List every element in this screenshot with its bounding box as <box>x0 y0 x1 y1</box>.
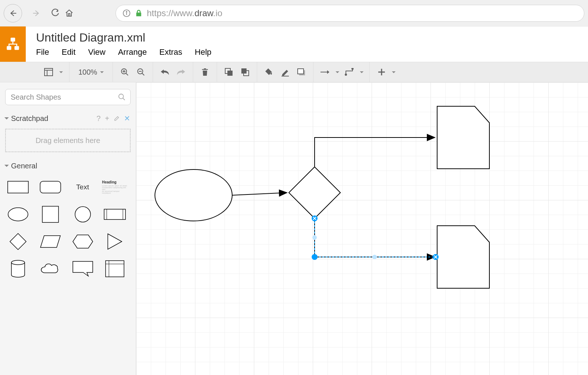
view-mode-dropdown[interactable] <box>57 65 65 79</box>
svg-rect-28 <box>106 261 124 277</box>
browser-reload-button[interactable] <box>51 9 60 18</box>
shape-square[interactable] <box>38 204 63 225</box>
menu-file[interactable]: File <box>36 47 49 57</box>
canvas[interactable] <box>136 82 588 375</box>
shape-heading[interactable]: HeadingLorem ipsum dolor sit ametconsect… <box>102 177 128 197</box>
svg-point-27 <box>11 260 25 265</box>
svg-rect-10 <box>227 71 233 76</box>
waypoint-style-button[interactable] <box>341 65 358 79</box>
zoom-level-button[interactable]: 100% <box>73 65 109 79</box>
shape-circle[interactable] <box>70 204 96 225</box>
scratchpad-dropzone[interactable]: Drag elements here <box>5 129 131 152</box>
svg-rect-15 <box>298 69 304 74</box>
zoom-in-button[interactable] <box>117 65 133 79</box>
shape-rectangle[interactable] <box>5 177 31 197</box>
general-label: General <box>11 162 37 170</box>
svg-rect-13 <box>281 76 289 76</box>
menu-view[interactable]: View <box>88 47 105 57</box>
edge-waypoint-handle[interactable] <box>312 235 317 240</box>
scratchpad-edit-button[interactable] <box>114 114 120 123</box>
caret-down-icon <box>100 71 104 75</box>
node-document-1[interactable] <box>437 106 489 169</box>
redo-icon <box>176 69 186 75</box>
shape-text[interactable]: Text <box>70 177 96 197</box>
shape-internal-storage[interactable] <box>102 258 128 279</box>
shape-diamond[interactable] <box>5 231 31 252</box>
search-shapes-input[interactable]: Search Shapes <box>5 89 131 105</box>
edge-endpoint-handle[interactable] <box>433 254 439 260</box>
node-document-2[interactable] <box>437 226 489 288</box>
caret-down-icon <box>336 71 339 75</box>
svg-rect-4 <box>7 46 11 50</box>
browser-back-button[interactable] <box>4 4 22 22</box>
scratchpad-header[interactable]: Scratchpad ? + ✕ <box>0 112 136 125</box>
edge-1[interactable] <box>232 193 287 195</box>
shape-process[interactable] <box>102 204 128 225</box>
waypoint-dropdown[interactable] <box>358 65 366 79</box>
edge-handle[interactable] <box>312 254 318 260</box>
sidebar: Search Shapes Scratchpad ? + ✕ Drag elem… <box>0 82 136 375</box>
edge-waypoint-handle[interactable] <box>372 255 377 259</box>
general-header[interactable]: General <box>0 160 136 172</box>
shape-triangle[interactable] <box>102 231 128 252</box>
browser-url-bar[interactable]: https://www.draw.io <box>116 5 584 22</box>
scratchpad-add-button[interactable]: + <box>105 114 109 123</box>
trash-icon <box>201 68 209 76</box>
menu-arrange[interactable]: Arrange <box>118 47 147 57</box>
shape-parallelogram[interactable] <box>38 231 63 252</box>
zoom-level-label: 100% <box>78 68 97 76</box>
view-mode-button[interactable] <box>40 65 57 79</box>
svg-point-17 <box>352 68 353 69</box>
document-title[interactable]: Untitled Diagram.xml <box>36 31 212 44</box>
shadow-icon <box>297 68 306 76</box>
browser-home-button[interactable] <box>65 9 74 18</box>
svg-point-18 <box>119 94 124 99</box>
undo-icon <box>160 69 170 75</box>
to-front-icon <box>224 68 233 76</box>
edge-2[interactable] <box>315 138 435 167</box>
connection-dropdown[interactable] <box>333 65 341 79</box>
search-placeholder: Search Shapes <box>11 93 61 101</box>
app-header: Untitled Diagram.xml File Edit View Arra… <box>0 26 588 62</box>
scratchpad-close-button[interactable]: ✕ <box>124 114 130 123</box>
to-back-icon <box>241 68 249 76</box>
menu-edit[interactable]: Edit <box>61 47 75 57</box>
menu-extras[interactable]: Extras <box>159 47 182 57</box>
svg-rect-22 <box>42 206 59 222</box>
shape-hexagon[interactable] <box>70 231 96 252</box>
lock-icon <box>135 10 142 17</box>
line-color-button[interactable] <box>277 65 293 79</box>
shape-callout[interactable] <box>70 258 96 279</box>
shape-rounded-rectangle[interactable] <box>38 177 63 197</box>
svg-point-21 <box>8 208 28 221</box>
undo-button[interactable] <box>157 65 173 79</box>
edge-handle-x[interactable] <box>312 215 318 221</box>
insert-button[interactable] <box>373 65 390 79</box>
zoom-out-button[interactable] <box>133 65 149 79</box>
edge-3[interactable] <box>315 218 435 257</box>
diagram <box>136 82 588 375</box>
insert-dropdown[interactable] <box>390 65 398 79</box>
shape-ellipse[interactable] <box>5 204 31 225</box>
scratchpad-help-button[interactable]: ? <box>96 114 100 123</box>
shape-cloud[interactable] <box>38 258 63 279</box>
node-decision[interactable] <box>289 167 340 218</box>
to-front-button[interactable] <box>221 65 237 79</box>
fill-color-button[interactable] <box>261 65 277 79</box>
svg-rect-5 <box>14 46 19 50</box>
node-ellipse[interactable] <box>155 169 232 221</box>
delete-button[interactable] <box>197 65 213 79</box>
to-back-button[interactable] <box>237 65 253 79</box>
menu-help[interactable]: Help <box>195 47 211 57</box>
connection-style-button[interactable] <box>317 65 333 79</box>
app-logo[interactable] <box>0 26 26 62</box>
drawio-logo-icon <box>5 36 21 52</box>
browser-forward-button[interactable] <box>27 4 46 22</box>
shadow-button[interactable] <box>293 65 309 79</box>
svg-rect-12 <box>241 68 247 74</box>
svg-rect-19 <box>8 181 28 193</box>
svg-rect-0 <box>68 14 70 16</box>
redo-button[interactable] <box>173 65 189 79</box>
arrow-right-icon <box>32 9 40 17</box>
shape-cylinder[interactable] <box>5 258 31 279</box>
